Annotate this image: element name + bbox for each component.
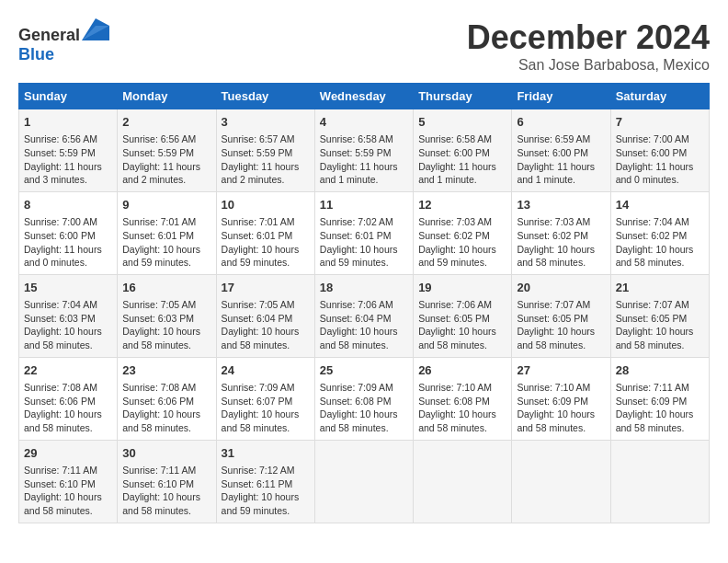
cell-text: Sunset: 6:02 PM: [418, 229, 506, 243]
col-sunday: Sunday: [19, 84, 118, 109]
cell-text: Sunset: 6:05 PM: [517, 312, 605, 326]
col-thursday: Thursday: [414, 84, 512, 109]
cell-text: Sunrise: 6:58 AM: [418, 132, 506, 146]
day-number: 18: [320, 280, 408, 296]
cell-text: Daylight: 10 hours and 58 minutes.: [122, 408, 210, 434]
day-number: 6: [517, 114, 605, 131]
cell-text: Sunset: 6:01 PM: [320, 229, 408, 243]
cell-text: Sunset: 6:05 PM: [616, 312, 704, 326]
cell-text: Sunset: 6:00 PM: [418, 146, 506, 160]
cell-text: Daylight: 11 hours and 1 minute.: [517, 160, 605, 187]
cell-text: Daylight: 11 hours and 0 minutes.: [616, 160, 704, 187]
cell-text: Sunset: 6:11 PM: [222, 477, 310, 491]
cell-text: Sunset: 6:01 PM: [222, 229, 310, 243]
cell-text: Sunset: 5:59 PM: [24, 146, 112, 160]
calendar-cell: 2Sunrise: 6:56 AMSunset: 5:59 PMDaylight…: [118, 109, 216, 192]
cell-text: Sunrise: 7:09 AM: [222, 381, 310, 395]
calendar-cell: 26Sunrise: 7:10 AMSunset: 6:08 PMDayligh…: [414, 357, 512, 440]
cell-text: Sunrise: 7:12 AM: [222, 464, 310, 477]
logo: General Blue: [18, 18, 109, 64]
calendar-cell: 28Sunrise: 7:11 AMSunset: 6:09 PMDayligh…: [610, 357, 709, 440]
cell-text: Sunrise: 7:04 AM: [616, 215, 704, 229]
cell-text: Daylight: 10 hours and 58 minutes.: [517, 408, 605, 434]
cell-text: Sunset: 6:04 PM: [320, 312, 408, 326]
cell-text: Daylight: 10 hours and 58 minutes.: [24, 490, 112, 517]
day-number: 19: [418, 280, 506, 296]
logo-general: General: [18, 26, 80, 44]
calendar-cell: 21Sunrise: 7:07 AMSunset: 6:05 PMDayligh…: [610, 274, 709, 357]
col-monday: Monday: [118, 84, 216, 109]
day-number: 10: [222, 197, 310, 213]
col-tuesday: Tuesday: [216, 84, 314, 109]
cell-text: Sunset: 6:03 PM: [122, 312, 210, 326]
calendar-cell: 22Sunrise: 7:08 AMSunset: 6:06 PMDayligh…: [19, 357, 118, 440]
cell-text: Daylight: 10 hours and 58 minutes.: [24, 408, 112, 434]
cell-text: Sunset: 6:06 PM: [24, 395, 112, 408]
cell-text: Daylight: 10 hours and 58 minutes.: [320, 408, 408, 434]
calendar-cell: [414, 440, 512, 523]
cell-text: Sunrise: 7:03 AM: [517, 215, 605, 229]
day-number: 4: [320, 114, 408, 131]
location-title: San Jose Barbabosa, Mexico: [467, 57, 710, 74]
day-number: 13: [517, 197, 605, 213]
cell-text: Sunrise: 7:11 AM: [122, 464, 210, 477]
cell-text: Sunset: 6:07 PM: [222, 395, 310, 408]
day-number: 30: [122, 445, 210, 462]
cell-text: Sunset: 6:09 PM: [616, 395, 704, 408]
calendar-cell: 10Sunrise: 7:01 AMSunset: 6:01 PMDayligh…: [216, 191, 314, 274]
cell-text: Sunset: 6:08 PM: [418, 395, 506, 408]
cell-text: Sunrise: 7:08 AM: [122, 381, 210, 395]
cell-text: Sunset: 5:59 PM: [320, 146, 408, 160]
calendar-cell: 3Sunrise: 6:57 AMSunset: 5:59 PMDaylight…: [216, 109, 314, 192]
cell-text: Daylight: 10 hours and 58 minutes.: [222, 325, 310, 351]
cell-text: Sunrise: 7:03 AM: [418, 215, 506, 229]
logo-icon: [82, 18, 109, 40]
cell-text: Sunrise: 6:57 AM: [222, 132, 310, 146]
header-row: Sunday Monday Tuesday Wednesday Thursday…: [19, 84, 710, 109]
calendar-cell: 23Sunrise: 7:08 AMSunset: 6:06 PMDayligh…: [118, 357, 216, 440]
cell-text: Sunrise: 7:00 AM: [616, 132, 704, 146]
calendar-cell: 1Sunrise: 6:56 AMSunset: 5:59 PMDaylight…: [19, 109, 118, 192]
cell-text: Sunset: 5:59 PM: [222, 146, 310, 160]
cell-text: Sunrise: 6:59 AM: [517, 132, 605, 146]
calendar-cell: 20Sunrise: 7:07 AMSunset: 6:05 PMDayligh…: [512, 274, 610, 357]
cell-text: Daylight: 10 hours and 58 minutes.: [517, 325, 605, 351]
title-area: December 2024 San Jose Barbabosa, Mexico: [467, 18, 710, 74]
cell-text: Sunrise: 7:05 AM: [222, 298, 310, 312]
cell-text: Sunset: 6:01 PM: [122, 229, 210, 243]
calendar-cell: 4Sunrise: 6:58 AMSunset: 5:59 PMDaylight…: [314, 109, 413, 192]
cell-text: Sunrise: 7:02 AM: [320, 215, 408, 229]
cell-text: Daylight: 10 hours and 58 minutes.: [122, 325, 210, 351]
cell-text: Daylight: 10 hours and 58 minutes.: [418, 408, 506, 434]
cell-text: Sunset: 6:04 PM: [222, 312, 310, 326]
calendar-cell: 7Sunrise: 7:00 AMSunset: 6:00 PMDaylight…: [610, 109, 709, 192]
calendar-cell: 5Sunrise: 6:58 AMSunset: 6:00 PMDaylight…: [414, 109, 512, 192]
cell-text: Daylight: 10 hours and 58 minutes.: [616, 243, 704, 270]
day-number: 3: [222, 114, 310, 131]
day-number: 12: [418, 197, 506, 213]
cell-text: Sunrise: 7:11 AM: [24, 464, 112, 477]
cell-text: Sunrise: 7:05 AM: [122, 298, 210, 312]
day-number: 28: [616, 362, 704, 379]
cell-text: Sunset: 6:05 PM: [418, 312, 506, 326]
cell-text: Sunset: 6:02 PM: [616, 229, 704, 243]
day-number: 23: [122, 362, 210, 379]
day-number: 21: [616, 280, 704, 296]
month-title: December 2024: [467, 18, 710, 57]
cell-text: Sunset: 6:06 PM: [122, 395, 210, 408]
cell-text: Daylight: 10 hours and 58 minutes.: [418, 325, 506, 351]
calendar-cell: 19Sunrise: 7:06 AMSunset: 6:05 PMDayligh…: [414, 274, 512, 357]
cell-text: Daylight: 10 hours and 58 minutes.: [122, 490, 210, 517]
cell-text: Sunset: 6:10 PM: [24, 477, 112, 491]
day-number: 26: [418, 362, 506, 379]
cell-text: Sunrise: 6:58 AM: [320, 132, 408, 146]
cell-text: Sunset: 6:00 PM: [517, 146, 605, 160]
cell-text: Sunset: 6:00 PM: [24, 229, 112, 243]
calendar-row: 15Sunrise: 7:04 AMSunset: 6:03 PMDayligh…: [19, 274, 710, 357]
day-number: 20: [517, 280, 605, 296]
calendar-cell: [610, 440, 709, 523]
cell-text: Sunrise: 7:09 AM: [320, 381, 408, 395]
cell-text: Sunrise: 7:04 AM: [24, 298, 112, 312]
cell-text: Daylight: 10 hours and 58 minutes.: [320, 325, 408, 351]
cell-text: Sunrise: 7:00 AM: [24, 215, 112, 229]
